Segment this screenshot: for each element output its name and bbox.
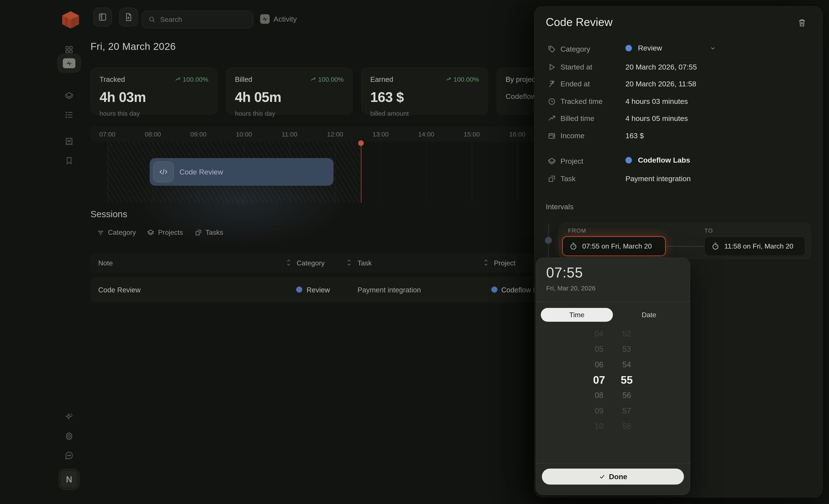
filter-projects[interactable]: Projects [147, 228, 183, 237]
project-select[interactable]: Codeflow Labs [625, 156, 690, 164]
activity-tab[interactable]: Activity [260, 14, 297, 24]
interval-to-value: 11:58 on Fri, March 20 [724, 242, 793, 250]
timeline-hour-label: 13:00 [372, 131, 389, 138]
sidebar-item-dashboard[interactable] [64, 44, 74, 55]
new-entry-button[interactable] [119, 7, 138, 27]
picker-hours-column[interactable]: 04050607080910 [585, 326, 613, 434]
done-button[interactable]: Done [542, 469, 684, 484]
list-icon [64, 110, 74, 120]
intervals-title: Intervals [546, 203, 574, 211]
stat-value: 4h 03m [100, 89, 208, 105]
picker-hour-option[interactable]: 04 [595, 326, 603, 341]
sidebar-item-ai[interactable] [64, 411, 74, 422]
sidebar-item-invoices[interactable] [64, 137, 74, 147]
sort-icon[interactable] [285, 259, 292, 266]
chat-icon [64, 451, 74, 461]
picker-minute-option[interactable]: 53 [622, 341, 631, 357]
stopwatch-icon [569, 242, 577, 250]
avatar-initial: N [61, 471, 77, 488]
delete-icon[interactable] [797, 18, 807, 28]
filter-category[interactable]: Category [97, 228, 136, 237]
layers-icon [147, 229, 154, 237]
sidebar-item-list[interactable] [64, 110, 74, 120]
timeline-event-code-review[interactable]: Code Review [150, 158, 333, 186]
interval-to-label: TO [705, 227, 713, 234]
activity-label: Activity [274, 15, 297, 23]
stat-trend: 100.00% [175, 76, 208, 83]
stat-value: 4h 05m [235, 89, 344, 105]
search-bar[interactable] [142, 10, 253, 28]
sidebar-item-settings[interactable] [64, 431, 74, 441]
activity-icon [260, 14, 269, 24]
column-header-note[interactable]: Note [98, 259, 113, 267]
code-icon [153, 161, 174, 182]
timeline-hour-label: 09:00 [190, 131, 206, 138]
session-note: Code Review [98, 286, 141, 294]
picker-hour-option[interactable]: 10 [595, 419, 603, 434]
sparkles-icon [64, 412, 74, 422]
sort-icon[interactable] [483, 259, 489, 266]
picker-minute-option[interactable]: 56 [622, 388, 631, 403]
sidebar-item-activity[interactable] [58, 54, 81, 73]
interval-rail-dot [545, 237, 552, 244]
filter-label: Category [108, 228, 136, 237]
stat-card-earned: Earned 100.00% 163 $ billed amount [361, 68, 488, 115]
timeline-hour-label: 11:00 [282, 131, 297, 138]
filter-label: Tasks [206, 228, 223, 237]
picker-hour-option[interactable]: 08 [595, 388, 603, 403]
gear-icon [64, 431, 74, 441]
column-header-category[interactable]: Category [297, 259, 325, 267]
column-header-project[interactable]: Project [494, 259, 515, 267]
sidebar-item-bookmarks[interactable] [64, 155, 74, 166]
row-label-tracked: Tracked time [561, 97, 603, 106]
interval-from-value: 07:55 on Fri, March 20 [582, 242, 652, 250]
toggle-sidebar-button[interactable] [93, 7, 112, 27]
user-avatar[interactable]: N [59, 469, 79, 490]
interval-to-input[interactable]: 11:58 on Fri, March 20 [705, 236, 805, 256]
ended-value: 20 March 2026, 11:58 [625, 80, 696, 88]
category-select[interactable]: Review [625, 44, 717, 52]
picker-hour-option[interactable]: 07 [593, 372, 605, 388]
picker-minute-option[interactable]: 54 [622, 357, 631, 372]
trend-up-icon [547, 114, 556, 123]
current-time-line [361, 143, 362, 203]
billed-value: 4 hours 05 minutes [625, 114, 688, 123]
receipt-icon [64, 137, 74, 147]
timeline-hour-label: 08:00 [145, 131, 161, 138]
sidebar-item-feedback[interactable] [64, 451, 74, 461]
category-value: Review [638, 44, 662, 52]
interval-from-input[interactable]: 07:55 on Fri, March 20 [562, 236, 666, 256]
filter-label: Projects [158, 228, 183, 237]
picker-hour-option[interactable]: 05 [595, 341, 603, 357]
sidebar-item-projects[interactable] [64, 91, 74, 101]
wallet-icon [547, 131, 556, 141]
project-color-dot [625, 157, 632, 164]
stat-value: 163 $ [370, 89, 479, 105]
session-category: Review [307, 286, 330, 294]
app-logo[interactable] [61, 11, 80, 29]
file-plus-icon [124, 12, 133, 22]
stat-sub: hours this day [100, 110, 208, 117]
row-label-task: Task [561, 175, 576, 183]
picker-divider [536, 463, 690, 464]
filter-tasks[interactable]: Tasks [195, 228, 223, 237]
search-input[interactable] [160, 15, 238, 24]
picker-minute-option[interactable]: 58 [622, 419, 631, 434]
stat-trend: 100.00% [310, 76, 344, 83]
row-label-started: Started at [561, 63, 592, 71]
sort-icon[interactable] [346, 259, 352, 266]
picker-minutes-column[interactable]: 52535455565758 [613, 326, 641, 434]
column-header-task[interactable]: Task [358, 259, 372, 267]
timeline-gridline [381, 142, 381, 203]
picker-tab-time[interactable]: Time [541, 308, 613, 322]
picker-minute-option[interactable]: 52 [622, 326, 631, 341]
interval-from-label: FROM [568, 227, 586, 234]
stat-card-billed: Billed 100.00% 4h 05m hours this day [226, 68, 353, 115]
started-value: 20 March 2026, 07:55 [625, 63, 697, 71]
picker-minute-option[interactable]: 57 [622, 403, 631, 419]
picker-tab-date[interactable]: Date [613, 308, 685, 322]
picker-hour-option[interactable]: 09 [595, 403, 603, 419]
row-label-category: Category [561, 45, 590, 53]
picker-hour-option[interactable]: 06 [595, 357, 603, 372]
picker-minute-option[interactable]: 55 [621, 372, 633, 388]
